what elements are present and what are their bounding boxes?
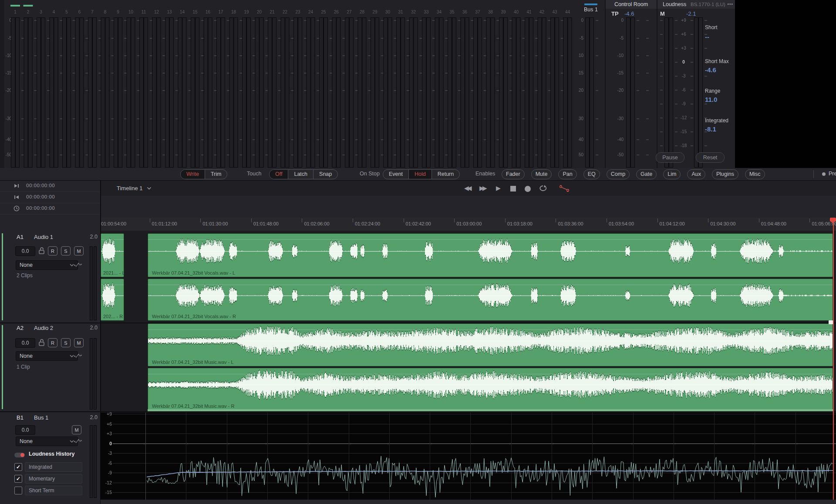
ruler-timecode: 01:01:48:00: [253, 221, 279, 226]
graph-scale-label: -12: [101, 480, 112, 485]
lock-icon[interactable]: [38, 247, 45, 255]
momentary-checkbox[interactable]: ✓: [14, 475, 22, 483]
loudness-history-toggle[interactable]: [14, 453, 25, 457]
automation-snap-button[interactable]: Snap: [313, 170, 337, 179]
transport-bar: 01:05:24:30 Timeline 1 ◀◀ ▶▶ ▶: [0, 181, 836, 196]
automation-curve-small-icon[interactable]: [74, 437, 82, 444]
enable-fader-button[interactable]: Fader: [502, 169, 525, 179]
track-s-button[interactable]: S: [61, 246, 71, 255]
jump-start-icon[interactable]: [13, 194, 21, 202]
meter-section: Bus 1 Control Room TP -4.6 Loudness BS.1…: [0, 0, 836, 169]
enable-aux-button[interactable]: Aux: [687, 169, 705, 179]
track-id: A1: [17, 234, 24, 240]
ruler-tick: [353, 218, 353, 222]
jump-timecode-field[interactable]: 00:00:00:00: [26, 205, 55, 211]
jump-end-icon[interactable]: [13, 182, 21, 190]
enable-mute-button[interactable]: Mute: [531, 169, 552, 179]
enable-buttons-row: FaderMutePanEQCompGateLimAuxPluginsMisc: [502, 169, 765, 179]
ruler-tick: [556, 218, 556, 222]
channel-meter-bridge: [0, 0, 577, 168]
momentary-value: -2.1: [686, 10, 696, 17]
track-header-b1[interactable]: B1 Bus 1 2.0 0.0 M None Loudness History…: [0, 412, 100, 504]
automation-curve-small-icon[interactable]: [74, 261, 82, 268]
automation-label-touch: Touch: [247, 171, 261, 177]
clock-icon[interactable]: [13, 205, 21, 213]
track-format: 2.0: [90, 325, 98, 331]
track-s-button[interactable]: S: [61, 338, 71, 347]
timeline-name: Timeline 1: [117, 185, 142, 192]
track-gain-field[interactable]: 0.0: [15, 338, 35, 348]
track-level-meter: [90, 246, 97, 319]
automation-mode-dropdown[interactable]: None: [16, 351, 78, 361]
record-button[interactable]: [525, 186, 531, 192]
audio-clip-music-r[interactable]: Werkbär 07.04.21_32bit Music.wav - R: [148, 368, 833, 410]
audio-clip-music-l[interactable]: Werkbär 07.04.21_32bit Music.wav - L: [148, 323, 833, 366]
play-button[interactable]: ▶: [496, 185, 501, 192]
enable-eq-button[interactable]: EQ: [583, 169, 600, 179]
lock-icon[interactable]: [38, 339, 45, 346]
enable-gate-button[interactable]: Gate: [636, 169, 657, 179]
audio-clip-small-l[interactable]: 2021... - L: [101, 233, 124, 277]
track-header-a2[interactable]: A2 Audio 2 2.0 0.0 RSM None 1 Clip: [0, 323, 100, 411]
loudness-history-graph: +9+6+30-3-6-9-12-15: [101, 413, 836, 500]
automation-label-enables: Enables: [475, 171, 495, 177]
audio-clip-vocals-l[interactable]: Werkbär 07.04.21_32bit Vocals.wav - L: [148, 233, 833, 277]
jump-timecode-field[interactable]: 00:00:00:00: [26, 183, 55, 188]
integrated-checkbox[interactable]: ✓: [14, 463, 22, 471]
audio-clip-small-r[interactable]: 202... - R: [101, 279, 124, 321]
ruler-tick: [302, 218, 302, 222]
stop-button[interactable]: [510, 186, 516, 192]
automation-mode-dropdown[interactable]: None: [16, 260, 78, 270]
automation-trim-button[interactable]: Trim: [205, 170, 227, 179]
automation-latch-button[interactable]: Latch: [288, 170, 313, 179]
short-term-checkbox[interactable]: [14, 487, 22, 494]
automation-event-button[interactable]: Event: [383, 170, 408, 179]
jump-timecode-field[interactable]: 00:00:00:00: [26, 194, 55, 199]
short-max-label: Short Max: [705, 58, 729, 64]
enable-pan-button[interactable]: Pan: [558, 169, 576, 179]
timeline-selector[interactable]: Timeline 1: [117, 185, 152, 192]
range-value: 11.0: [705, 96, 717, 103]
graph-scale-label: +9: [101, 411, 112, 417]
loop-button[interactable]: [538, 185, 548, 192]
clip-handle[interactable]: [829, 320, 833, 324]
automation-mode-dropdown[interactable]: None: [16, 437, 78, 446]
automation-off-button[interactable]: Off: [270, 170, 288, 179]
track-m-button[interactable]: M: [74, 246, 84, 255]
track-r-button[interactable]: R: [48, 246, 57, 255]
waveform: [148, 234, 833, 277]
scroll-strip[interactable]: [101, 500, 836, 504]
waveform: [148, 324, 833, 366]
reset-button[interactable]: Reset: [696, 152, 725, 163]
ruler-timecode: 01:02:24:00: [355, 221, 380, 226]
graph-scale-label: +6: [101, 421, 112, 427]
audio-clip-vocals-r[interactable]: Werkbär 07.04.21_32bit Vocals.wav - R: [148, 279, 833, 321]
clip-count: 1 Clip: [17, 364, 30, 370]
track-gain-field[interactable]: 0.0: [15, 246, 35, 256]
track-header-a1[interactable]: A1 Audio 1 2.0 0.0 RSM None 2 Clips: [0, 231, 100, 323]
waveform: [148, 279, 833, 320]
enable-plugins-button[interactable]: Plugins: [712, 169, 738, 179]
enable-misc-button[interactable]: Misc: [745, 169, 765, 179]
enable-lim-button[interactable]: Lim: [663, 169, 681, 179]
loudness-menu-icon[interactable]: •••: [727, 0, 733, 9]
track-m-button[interactable]: M: [74, 338, 84, 347]
track-gain-field[interactable]: 0.0: [15, 425, 35, 435]
rewind-button[interactable]: ◀◀: [464, 185, 470, 192]
integrated-option-label: Integrated: [25, 462, 82, 472]
automation-hold-button[interactable]: Hold: [408, 170, 431, 179]
automation-return-button[interactable]: Return: [431, 170, 460, 179]
timeline-ruler[interactable]: 01:00:54:0001:01:12:0001:01:30:0001:01:4…: [101, 218, 836, 232]
track-m-button[interactable]: M: [72, 425, 81, 434]
automation-curve-small-icon[interactable]: [74, 352, 82, 359]
playhead[interactable]: [833, 218, 834, 500]
track-r-button[interactable]: R: [48, 338, 57, 347]
fast-forward-button[interactable]: ▶▶: [479, 185, 485, 192]
ruler-tick: [404, 218, 404, 222]
short-label: Short: [705, 24, 718, 30]
automation-write-button[interactable]: Write: [181, 170, 205, 179]
pause-button[interactable]: Pause: [656, 152, 684, 163]
enable-comp-button[interactable]: Comp: [607, 169, 630, 179]
loudness-title: Loudness: [663, 0, 686, 9]
automation-curve-icon[interactable]: [559, 185, 571, 192]
